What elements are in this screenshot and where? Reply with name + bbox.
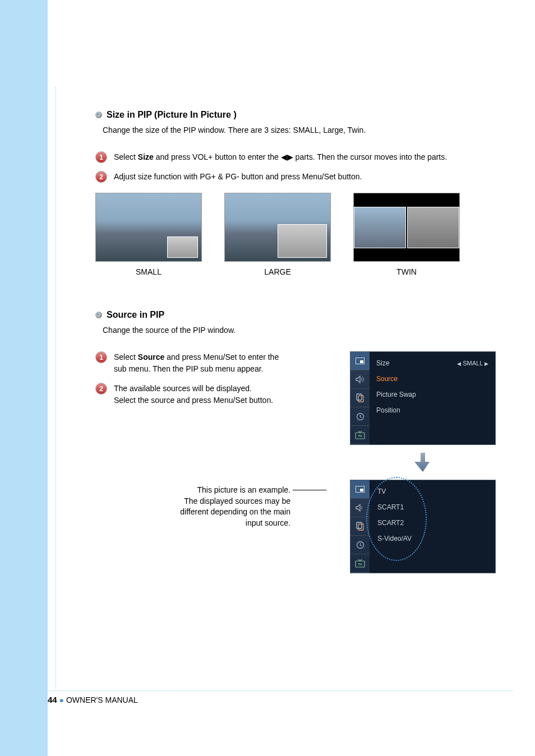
bullet-arrow-icon [95, 112, 102, 118]
footer-rule [48, 690, 513, 691]
pip-twin-left [354, 207, 406, 248]
osd-row-source[interactable]: Source [370, 371, 495, 387]
osd-menu-bottom: TV TV SCART1 SCART2 S-Video/AV [350, 480, 496, 573]
osd-icon-column: TV [350, 352, 370, 444]
section2-step-1: 1 Select Source and press Menu/Set to en… [95, 351, 333, 375]
section1-step2-text: Adjust size function with PG+ & PG- butt… [114, 171, 362, 183]
step-number-icon: 2 [95, 171, 107, 183]
pip-large-image [224, 193, 331, 262]
section2-step2-text: The available sources will be displayed.… [114, 383, 273, 406]
pip-small-col: SMALL [95, 193, 202, 276]
pip-twin-right [407, 207, 459, 248]
osd-menu-top: TV Size ◀ SMALL ▶ Source Picture Swap [350, 351, 496, 445]
left-band [0, 0, 48, 756]
pip-twin-label: TWIN [353, 267, 460, 276]
source-steps: 1 Select Source and press Menu/Set to en… [95, 351, 333, 574]
left-triangle-icon: ◀ [457, 361, 461, 367]
clock-icon [350, 536, 370, 554]
section1-desc: Change the size of the PIP window. There… [96, 126, 496, 134]
picture-icon [350, 352, 370, 370]
osd-row-position[interactable]: Position [370, 402, 495, 418]
feature-icon [350, 517, 370, 536]
sound-icon [350, 499, 370, 517]
pip-large-col: LARGE [224, 193, 331, 276]
step-number-icon: 2 [95, 383, 107, 395]
picture-icon [350, 480, 370, 499]
dotted-vertical-rule [56, 87, 56, 689]
pip-large-label: LARGE [224, 267, 331, 276]
section1-step-1: 1 Select Size and press VOL+ button to e… [95, 151, 496, 163]
osd-icon-column: TV [350, 480, 370, 573]
section2-step1-text: Select Source and press Menu/Set to ente… [114, 351, 293, 375]
page-number: 44 [48, 695, 57, 704]
pip-twin-col: TWIN [353, 193, 460, 276]
value-text: SMALL [463, 360, 483, 367]
pip-twin-image [353, 193, 460, 262]
osd-row-label: Size [376, 359, 389, 367]
osd-row-value: ◀ SMALL ▶ [457, 360, 488, 367]
footer: 44 ● OWNER'S MANUAL [48, 695, 138, 704]
section1-title: Size in PIP (Picture In Picture ) [107, 110, 237, 120]
text-fragment: and press VOL+ button to enter the [154, 152, 281, 161]
section2-heading: Source in PIP [95, 310, 496, 320]
section2-title: Source in PIP [107, 310, 164, 320]
text-bold: Size [138, 152, 154, 161]
step-number-icon: 1 [95, 351, 107, 363]
osd-row-label: Picture Swap [376, 391, 416, 398]
section1-heading: Size in PIP (Picture In Picture ) [95, 110, 496, 120]
right-triangle-icon: ▶ [485, 361, 488, 367]
osd-row-tv[interactable]: TV [370, 484, 495, 499]
svg-rect-9 [357, 522, 362, 528]
osd-row-label: S-Video/AV [377, 535, 412, 542]
svg-rect-2 [357, 394, 362, 400]
tv-icon: TV [350, 426, 370, 444]
text-fragment: parts. Then the cursor moves into the pa… [293, 152, 447, 161]
svg-text:TV: TV [358, 563, 362, 566]
top-band [48, 0, 535, 87]
osd-row-label: SCART2 [377, 519, 404, 527]
tv-icon: TV [350, 554, 370, 573]
section2-step-2: 2 The available sources will be displaye… [95, 383, 333, 406]
svg-rect-8 [360, 489, 363, 491]
text-bold: Source [138, 353, 164, 361]
source-block: 1 Select Source and press Menu/Set to en… [95, 351, 496, 574]
text-fragment: Select [114, 353, 138, 361]
note-text: This picture is an example. The displaye… [167, 485, 290, 528]
pip-small-overlay [167, 236, 198, 258]
page-content: Size in PIP (Picture In Picture ) Change… [95, 110, 496, 574]
example-note: This picture is an example. The displaye… [95, 485, 333, 574]
svg-rect-3 [358, 396, 363, 402]
pip-examples-row: SMALL LARGE TWIN [95, 193, 496, 276]
svg-rect-1 [360, 360, 363, 363]
pip-small-label: SMALL [95, 267, 202, 276]
osd-row-picture-swap[interactable]: Picture Swap [370, 387, 495, 402]
text-fragment: Select [114, 152, 138, 161]
down-arrow-icon [350, 453, 496, 472]
osd-body: TV SCART1 SCART2 S-Video/AV [370, 480, 495, 573]
osd-body: Size ◀ SMALL ▶ Source Picture Swap Posit… [370, 352, 495, 444]
osd-row-label: TV [377, 488, 386, 495]
menu-stack: TV Size ◀ SMALL ▶ Source Picture Swap [350, 351, 496, 573]
footer-label: OWNER'S MANUAL [66, 695, 138, 704]
section1-step-2: 2 Adjust size function with PG+ & PG- bu… [95, 171, 496, 183]
dot-separator-icon: ● [59, 695, 66, 704]
osd-row-scart2[interactable]: SCART2 [370, 515, 495, 531]
step-number-icon: 1 [95, 151, 107, 163]
section1-step1-text: Select Size and press VOL+ button to ent… [114, 151, 447, 163]
osd-row-label: Position [376, 406, 400, 414]
clock-icon [350, 407, 370, 426]
note-connector-line [293, 490, 326, 490]
svg-text:TV: TV [358, 434, 362, 438]
sound-icon [350, 370, 370, 389]
pip-large-overlay [278, 224, 327, 258]
osd-row-scart1[interactable]: SCART1 [370, 499, 495, 515]
bullet-arrow-icon [95, 312, 102, 318]
feature-icon [350, 389, 370, 407]
pip-small-image [95, 193, 202, 262]
osd-row-svideo-av[interactable]: S-Video/AV [370, 531, 495, 546]
osd-row-label: SCART1 [377, 503, 404, 511]
osd-row-label: Source [376, 375, 398, 383]
osd-row-size[interactable]: Size ◀ SMALL ▶ [370, 355, 495, 371]
svg-rect-10 [358, 524, 363, 530]
section2-desc: Change the source of the PIP window. [96, 326, 496, 335]
